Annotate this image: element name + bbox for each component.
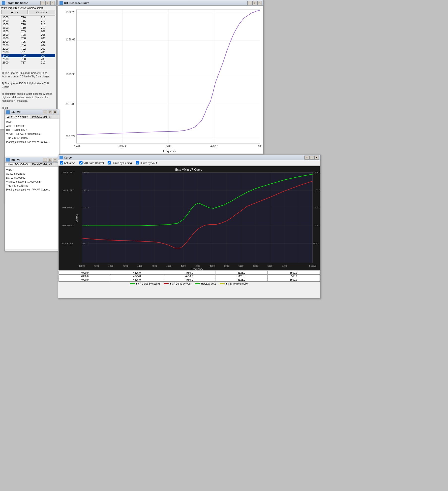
table-row-3: 4000.0 4375.0 4750.0 5125.0 5500.0 [59,278,320,282]
notes-section: 1) This ignores Ring and ECores VID and … [1,71,55,110]
cb-maximize-button[interactable]: □ [252,1,257,5]
cb-minimize-button[interactable]: ─ [247,1,252,5]
x-label-4200: 4200 [108,265,113,267]
x-label-5000: 5000 [224,265,229,267]
intel-vf-2-tabs: ot Non AVX VMin V Plot AVX VMin VF [5,163,59,166]
checkbox-actual-vo-input[interactable] [60,161,63,164]
y-axis-voltage-label: Voltage [76,214,78,223]
table-row: 1400716716 [1,19,55,23]
y-label-right-5: 917.0 [313,242,319,245]
vf2-minimize[interactable]: ─ [43,158,47,162]
vf2-line-1: Wait... [6,168,57,172]
x-label-4300: 4300 [123,265,128,267]
x-label-4400: 4400 [137,265,142,267]
table-row: 2300701701 [1,50,55,54]
y-mid1-label: 1166.61 [65,38,75,41]
y-label-mid-3: 1093.0 [67,206,74,209]
cb-title-icon [60,1,63,5]
checkbox-actual-vo: Actual Vo [60,161,75,164]
legend-red-color [164,283,169,284]
maximize-button[interactable]: □ [45,1,50,5]
vf1-line-2: AC LL is 0.28038 [6,124,57,128]
cb-close-button[interactable]: ✕ [257,1,262,5]
vid1-cell: 708 [20,57,35,61]
intel-vf-2-window: Intel VF ─ □ ✕ ot Non AVX VMin V Plot AV… [4,157,59,251]
vid1-cell: 706 [20,36,35,40]
target-diesense-titlebar[interactable]: Target Die Sense ─ □ ✕ [0,0,56,6]
x-label-5300: 5300 [268,265,272,267]
intel-vf-1-titlebar[interactable]: Intel VF ─ □ ✕ [5,109,59,115]
intel-vf-1-title: Intel VF [11,111,43,114]
apply-button[interactable]: Apply [1,10,28,14]
cell-3-5: 5500.0 [268,278,320,282]
vid2-cell [35,57,40,61]
vf2-close[interactable]: ✕ [53,158,57,162]
vid2-cell [35,54,40,57]
intel-vf-2-content: Wait... AC LL is 0.26989 DC LL is 1.0995… [5,166,59,249]
x-axis-label-freq: Frequency [191,268,203,270]
checkbox-setting-input[interactable] [108,161,111,164]
checkbox-actual-vo-label: Actual Vo [64,162,75,164]
table-row-1: 4000.0 4375.0 4750.0 5125.0 5500.0 [59,271,320,275]
x-label-5100: 5100 [239,265,243,267]
table-row: 2000705705 [1,40,55,43]
y-label-mid-2: 1181.0 [67,189,74,192]
freq-cell: 1300 [1,16,20,19]
checkbox-vout-input[interactable] [136,161,139,164]
vf2-maximize[interactable]: □ [48,158,52,162]
cell-1-2: 4375.0 [111,271,163,275]
vf1-maximize[interactable]: □ [48,110,52,114]
cb-diesense-title: CB Diesense Curve [64,1,247,4]
generate-button[interactable]: Generate [29,10,55,14]
inner-y-5: 917.0 [83,242,88,245]
curve-window-titlebar[interactable]: Curve ─ □ ✕ [58,155,320,160]
curve-close[interactable]: ✕ [314,156,319,160]
vid3-cell: 708 [40,33,55,36]
vf1-minimize[interactable]: ─ [43,110,47,114]
vf2-line-6: Plotting estimated Non AVX VF Curve... [6,188,57,192]
legend-green-color [130,283,135,284]
vf1-close[interactable]: ✕ [53,110,57,114]
curve-minimize[interactable]: ─ [304,156,309,160]
checkbox-vid-input[interactable] [79,161,83,164]
x-label-5200: 5200 [253,265,258,267]
cb-diesense-titlebar[interactable]: CB Diesense Curve ─ □ ✕ [58,0,263,6]
close-button[interactable]: ✕ [50,1,55,5]
y-label-right-3: 1093.0 [313,206,320,209]
vid2-cell [35,33,40,36]
target-diesense-content: Write Target DieSense to below select Ap… [0,6,56,111]
x-label-4900: 4900 [210,265,215,267]
legend-actual-color [195,283,200,284]
vid1-cell: 704 [20,43,35,47]
minimize-button[interactable]: ─ [40,1,45,5]
vid3-cell: 709 [40,30,55,33]
tab-non-avx-1[interactable]: ot Non AVX VMin V [5,115,30,119]
inner-y-3: 1093.0 [83,206,90,209]
tab-avx-2[interactable]: Plot AVX VMin VF [30,163,54,166]
tab-avx-1[interactable]: Plot AVX VMin VF [30,115,54,119]
x-label-4: 4702.6 [210,145,218,148]
legend-actual-vout-label: ■ Actual Vout [201,282,216,285]
cell-3-4: 5125.0 [215,278,268,282]
curve-maximize[interactable]: □ [309,156,314,160]
bottom-table-container: 4000.0 4375.0 4750.0 5125.0 5500.0 4000.… [58,271,320,282]
y-min-label: 699.627 [65,135,75,138]
freq-cell: 1700 [1,30,20,33]
curve-window-title: Curve [64,156,304,159]
x-label-5500: 5500.0 [309,265,316,267]
y-label-mid-1: 1269.0 [67,171,74,174]
freq-cell: 2000 [1,40,20,43]
vf1-line-5: True VID is 1440mv [6,136,57,140]
table-row: 1500718718 [1,23,55,26]
intel-vf-2-titlebar[interactable]: Intel VF ─ □ ✕ [5,157,59,163]
y-label-mid-4: 1005.0 [67,224,74,227]
cb-window-controls: ─ □ ✕ [247,1,262,5]
vf2-controls: ─ □ ✕ [43,158,57,162]
diesense-scroll[interactable]: 1300716716140071671615007187181600710710… [1,15,55,70]
vf1-line-1: Wait... [6,120,57,124]
note-1: 1) This ignores Ring and ECores VID and … [2,71,55,78]
x-label-4600: 4600 [166,265,171,267]
table-row: 1900706706 [1,36,55,40]
vid2-cell [35,36,40,40]
tab-non-avx-2[interactable]: ot Non AVX VMin V [5,163,30,166]
